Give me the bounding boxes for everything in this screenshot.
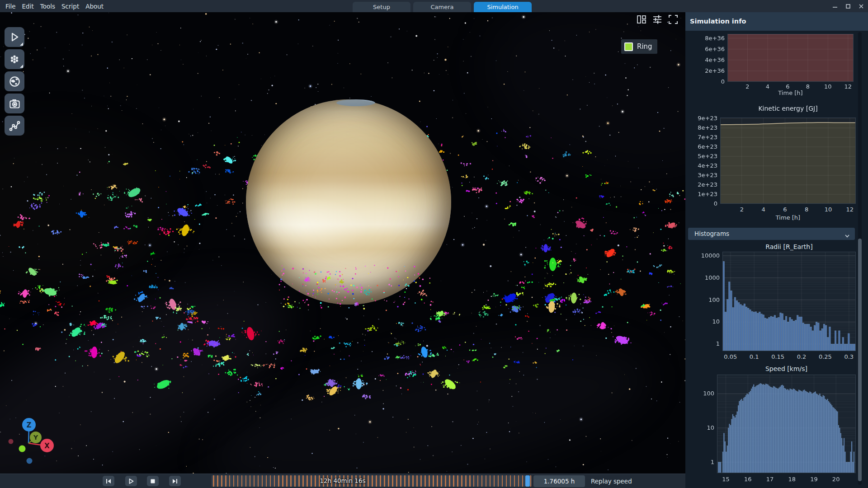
- viewport-toolbar: [637, 14, 678, 24]
- x-tick-label: 0.15: [764, 353, 792, 360]
- stop-icon: [150, 478, 156, 484]
- y-tick-label: 1e+23: [684, 191, 717, 197]
- x-tick-label: 0.1: [741, 353, 768, 360]
- run-simulation-button[interactable]: [5, 27, 24, 47]
- minimize-icon: [832, 4, 838, 9]
- current-time-field[interactable]: 1.76005 h: [533, 475, 585, 487]
- space-scene-front-canvas[interactable]: [0, 12, 685, 474]
- x-axis-line: [28, 443, 42, 445]
- layout-panels-button[interactable]: [637, 14, 646, 24]
- x-tick-label: 0.2: [788, 353, 815, 360]
- y-tick-label: 3e+23: [684, 172, 717, 178]
- x-tick-label: 12: [835, 83, 862, 90]
- timeline-time-text: 12h 40min 16s: [297, 477, 388, 484]
- x-tick-label: 0.3: [835, 353, 863, 360]
- submenu-corner-mark: [20, 42, 23, 46]
- y-tick-label: 2e+23: [684, 181, 717, 188]
- tab-camera[interactable]: Camera: [413, 2, 471, 12]
- neg-z-axis-ball[interactable]: [27, 458, 33, 464]
- y-tick-label: 100: [681, 390, 714, 397]
- close-button[interactable]: [858, 3, 864, 9]
- y-tick-label: 10000: [686, 252, 720, 259]
- menu-bar: File Edit Tools Script About: [0, 0, 104, 12]
- timeline-handle[interactable]: [525, 475, 530, 487]
- fullscreen-button[interactable]: [668, 14, 678, 24]
- particles-icon: [9, 53, 20, 65]
- plots-button[interactable]: [5, 116, 24, 136]
- tab-setup[interactable]: Setup: [353, 2, 410, 12]
- chart-plot-energy: [727, 34, 854, 82]
- close-icon: [859, 4, 864, 9]
- neg-y-axis-ball[interactable]: [19, 446, 26, 452]
- ring-legend[interactable]: Ring: [621, 39, 657, 54]
- x-axis-label: Time [h]: [761, 214, 815, 221]
- skip-start-icon: [105, 478, 112, 484]
- chart-title-radii: Radii [R_Earth]: [735, 243, 844, 250]
- replay-speed-label: Replay speed: [591, 474, 632, 488]
- ring-legend-label: Ring: [637, 42, 652, 51]
- line-chart-icon: [9, 120, 21, 132]
- orientation-gizmo[interactable]: Z Y X: [0, 410, 63, 469]
- play-icon: [9, 31, 20, 43]
- chart-title-kinetic: Kinetic energy [GJ]: [734, 105, 842, 112]
- skip-to-end-button[interactable]: [169, 476, 181, 486]
- particles-button[interactable]: [5, 49, 24, 69]
- menu-edit[interactable]: Edit: [22, 3, 34, 10]
- y-tick-label: 9e+23: [684, 115, 717, 122]
- timeline-scrubber[interactable]: 12h 40min 16s: [212, 475, 532, 487]
- render-settings-button[interactable]: [5, 94, 24, 113]
- y-tick-label: 4e+36: [691, 56, 725, 63]
- fullscreen-icon: [668, 14, 678, 24]
- neg-x-axis-ball[interactable]: [9, 439, 14, 444]
- y-tick-label: 10: [686, 318, 720, 325]
- y-tick-label: 1: [681, 459, 714, 465]
- tab-simulation[interactable]: Simulation: [474, 2, 532, 12]
- y-tick-label: 1000: [686, 274, 720, 281]
- y-tick-label: 1: [686, 340, 720, 347]
- display-settings-button[interactable]: [652, 14, 662, 24]
- y-tick-label: 2e+36: [691, 67, 725, 74]
- left-toolbar: [5, 27, 24, 136]
- y-tick-label: 8e+36: [691, 35, 725, 42]
- globe-icon: [9, 75, 21, 88]
- play-icon: [128, 478, 134, 484]
- submenu-corner-mark: [20, 65, 23, 68]
- y-tick-label: 0: [691, 78, 725, 85]
- play-button[interactable]: [125, 476, 137, 486]
- menu-tools[interactable]: Tools: [40, 3, 55, 10]
- y-tick-label: 100: [686, 296, 720, 303]
- chart-plot-speed: [717, 375, 856, 473]
- x-tick-label: 20: [822, 476, 849, 483]
- x-tick-label: 12: [836, 206, 863, 213]
- x-tick-label: 0.05: [717, 353, 744, 360]
- viewport-3d[interactable]: Ring Z Y X: [0, 12, 685, 474]
- menu-about[interactable]: About: [85, 3, 104, 10]
- world-button[interactable]: [5, 71, 24, 91]
- playback-bar: 12h 40min 16s 1.76005 h Replay speed: [0, 474, 685, 488]
- minimize-button[interactable]: [832, 3, 838, 9]
- chart-plot-radii: [722, 252, 856, 351]
- skip-end-icon: [172, 478, 178, 484]
- histograms-section-header[interactable]: Histograms: [688, 228, 855, 240]
- title-bar: File Edit Tools Script About Setup Camer…: [0, 0, 868, 12]
- window-controls: [832, 0, 864, 12]
- layout-panels-icon: [637, 14, 646, 24]
- skip-to-start-button[interactable]: [103, 476, 114, 486]
- y-tick-label: 4e+23: [684, 162, 717, 169]
- y-tick-label: 10: [681, 424, 714, 431]
- stop-button[interactable]: [147, 476, 159, 486]
- chart-title-speed: Speed [km/s]: [732, 365, 841, 372]
- z-axis-label: Z: [27, 421, 32, 429]
- x-tick-label: 0.25: [811, 353, 839, 360]
- x-axis-label: Time [h]: [764, 89, 818, 96]
- maximize-button[interactable]: [845, 3, 851, 9]
- application-window: File Edit Tools Script About Setup Camer…: [0, 0, 868, 488]
- y-axis-label: Y: [33, 434, 38, 441]
- camera-gear-icon: [9, 98, 21, 110]
- sliders-icon: [652, 14, 662, 24]
- menu-script[interactable]: Script: [61, 3, 79, 10]
- y-tick-label: 0: [684, 200, 717, 207]
- menu-file[interactable]: File: [5, 3, 16, 10]
- simulation-info-panel: Simulation info Histograms 8e+366e+364e+…: [685, 12, 868, 488]
- y-tick-label: 5e+23: [684, 153, 717, 160]
